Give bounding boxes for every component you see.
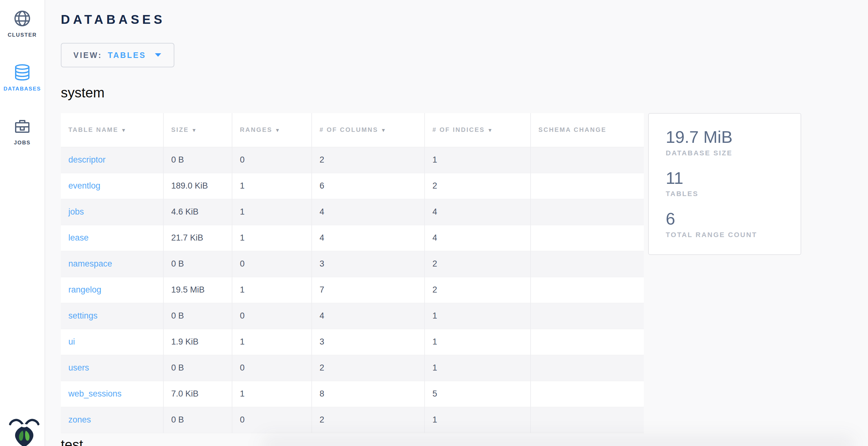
sort-arrow-icon: ▾ bbox=[192, 127, 196, 133]
table-row: namespace 0 B 0 3 2 bbox=[61, 251, 644, 277]
column-header-num-columns[interactable]: # OF COLUMNS▾ bbox=[312, 113, 425, 147]
columns-cell: 7 bbox=[312, 277, 425, 303]
table-row: settings 0 B 0 4 1 bbox=[61, 303, 644, 329]
stat-label: DATABASE SIZE bbox=[666, 149, 801, 157]
table-row: eventlog 189.0 KiB 1 6 2 bbox=[61, 173, 644, 199]
sidebar-item-jobs[interactable]: JOBS bbox=[13, 117, 31, 146]
table-row: rangelog 19.5 MiB 1 7 2 bbox=[61, 277, 644, 303]
columns-cell: 8 bbox=[312, 381, 425, 407]
table-name-link[interactable]: web_sessions bbox=[68, 389, 122, 399]
stat-label: TOTAL RANGE COUNT bbox=[666, 231, 801, 239]
column-header-ranges[interactable]: RANGES▾ bbox=[232, 113, 312, 147]
indices-cell: 1 bbox=[425, 147, 531, 173]
size-cell: 0 B bbox=[163, 147, 232, 173]
table-name-link[interactable]: zones bbox=[68, 415, 91, 424]
sort-arrow-icon: ▾ bbox=[489, 127, 492, 133]
view-selector-value: TABLES bbox=[108, 51, 146, 60]
ranges-cell: 0 bbox=[232, 407, 312, 433]
indices-cell: 4 bbox=[425, 199, 531, 225]
columns-cell: 3 bbox=[312, 251, 425, 277]
column-header-num-indices[interactable]: # OF INDICES▾ bbox=[425, 113, 531, 147]
schema-change-cell bbox=[531, 199, 644, 225]
size-cell: 1.9 KiB bbox=[163, 329, 232, 355]
chevron-down-icon bbox=[154, 52, 162, 58]
size-cell: 19.5 MiB bbox=[163, 277, 232, 303]
column-header-schema-change: SCHEMA CHANGE bbox=[531, 113, 644, 147]
table-row: ui 1.9 KiB 1 3 1 bbox=[61, 329, 644, 355]
ranges-cell: 1 bbox=[232, 225, 312, 251]
ranges-cell: 1 bbox=[232, 381, 312, 407]
page-title: DATABASES bbox=[61, 12, 868, 27]
sidebar-item-label: DATABASES bbox=[3, 86, 41, 92]
ranges-cell: 1 bbox=[232, 277, 312, 303]
schema-change-cell bbox=[531, 173, 644, 199]
ranges-cell: 0 bbox=[232, 303, 312, 329]
indices-cell: 1 bbox=[425, 329, 531, 355]
database-icon bbox=[13, 63, 31, 81]
sort-arrow-icon: ▾ bbox=[382, 127, 386, 133]
size-cell: 0 B bbox=[163, 355, 232, 381]
sidebar-item-databases[interactable]: DATABASES bbox=[3, 63, 41, 92]
ranges-cell: 0 bbox=[232, 355, 312, 381]
indices-cell: 4 bbox=[425, 225, 531, 251]
stat-label: TABLES bbox=[666, 190, 801, 198]
table-name-link[interactable]: descriptor bbox=[68, 155, 106, 165]
sidebar-item-label: JOBS bbox=[14, 140, 31, 146]
table-name-link[interactable]: users bbox=[68, 363, 89, 372]
sidebar-item-cluster[interactable]: CLUSTER bbox=[8, 9, 37, 38]
table-row: zones 0 B 0 2 1 bbox=[61, 407, 644, 433]
schema-change-cell bbox=[531, 225, 644, 251]
columns-cell: 2 bbox=[312, 147, 425, 173]
stat-database-size: 19.7 MiB DATABASE SIZE bbox=[666, 128, 801, 157]
stat-value: 19.7 MiB bbox=[666, 128, 801, 146]
column-header-size[interactable]: SIZE▾ bbox=[163, 113, 232, 147]
size-cell: 0 B bbox=[163, 407, 232, 433]
table-name-link[interactable]: eventlog bbox=[68, 181, 100, 191]
size-cell: 0 B bbox=[163, 303, 232, 329]
table-name-link[interactable]: jobs bbox=[68, 207, 84, 216]
table-row: descriptor 0 B 0 2 1 bbox=[61, 147, 644, 173]
schema-change-cell bbox=[531, 329, 644, 355]
table-name-link[interactable]: lease bbox=[68, 233, 89, 242]
columns-cell: 2 bbox=[312, 355, 425, 381]
table-name-link[interactable]: ui bbox=[68, 337, 75, 346]
column-header-table-name[interactable]: TABLE NAME▾ bbox=[61, 113, 163, 147]
briefcase-icon bbox=[13, 117, 31, 135]
ranges-cell: 1 bbox=[232, 173, 312, 199]
stat-value: 11 bbox=[666, 169, 801, 187]
database-summary-card: 19.7 MiB DATABASE SIZE 11 TABLES 6 TOTAL… bbox=[648, 113, 801, 255]
indices-cell: 2 bbox=[425, 251, 531, 277]
main-content: DATABASES VIEW: TABLES system TABLE NAME… bbox=[45, 0, 868, 446]
size-cell: 189.0 KiB bbox=[163, 173, 232, 199]
stat-tables: 11 TABLES bbox=[666, 169, 801, 198]
ranges-cell: 1 bbox=[232, 199, 312, 225]
table-row: web_sessions 7.0 KiB 1 8 5 bbox=[61, 381, 644, 407]
table-name-link[interactable]: namespace bbox=[68, 259, 112, 268]
size-cell: 7.0 KiB bbox=[163, 381, 232, 407]
database-section-heading-test: test bbox=[61, 437, 868, 446]
schema-change-cell bbox=[531, 251, 644, 277]
sidebar: CLUSTER DATABASES JOBS bbox=[0, 0, 45, 446]
columns-cell: 2 bbox=[312, 407, 425, 433]
indices-cell: 2 bbox=[425, 173, 531, 199]
stat-value: 6 bbox=[666, 210, 801, 228]
columns-cell: 4 bbox=[312, 225, 425, 251]
sort-arrow-icon: ▾ bbox=[122, 127, 126, 133]
columns-cell: 6 bbox=[312, 173, 425, 199]
indices-cell: 1 bbox=[425, 407, 531, 433]
view-selector-button[interactable]: VIEW: TABLES bbox=[61, 43, 174, 67]
table-row: jobs 4.6 KiB 1 4 4 bbox=[61, 199, 644, 225]
stat-total-range-count: 6 TOTAL RANGE COUNT bbox=[666, 210, 801, 239]
columns-cell: 3 bbox=[312, 329, 425, 355]
table-name-link[interactable]: settings bbox=[68, 311, 97, 320]
sort-arrow-icon: ▾ bbox=[276, 127, 280, 133]
table-name-link[interactable]: rangelog bbox=[68, 285, 101, 295]
size-cell: 4.6 KiB bbox=[163, 199, 232, 225]
table-header-row: TABLE NAME▾ SIZE▾ RANGES▾ # OF COLUMNS▾ … bbox=[61, 113, 644, 147]
ranges-cell: 0 bbox=[232, 251, 312, 277]
schema-change-cell bbox=[531, 277, 644, 303]
schema-change-cell bbox=[531, 355, 644, 381]
table-row: users 0 B 0 2 1 bbox=[61, 355, 644, 381]
ranges-cell: 1 bbox=[232, 329, 312, 355]
indices-cell: 1 bbox=[425, 355, 531, 381]
